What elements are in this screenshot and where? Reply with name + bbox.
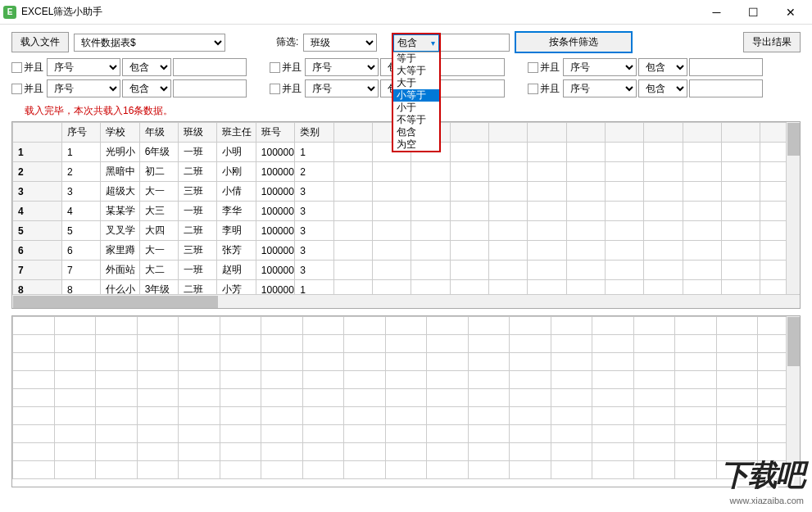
table-row[interactable] bbox=[13, 461, 800, 479]
cell-empty[interactable] bbox=[220, 443, 261, 461]
cell-empty[interactable] bbox=[54, 407, 96, 425]
cell-empty[interactable] bbox=[344, 425, 386, 443]
cell-empty[interactable] bbox=[302, 353, 344, 371]
cell-empty[interactable] bbox=[385, 371, 427, 389]
cell[interactable]: 3 bbox=[62, 182, 101, 202]
vertical-scrollbar[interactable] bbox=[786, 122, 800, 294]
cell-empty[interactable] bbox=[261, 461, 303, 479]
cell[interactable]: 什么小 bbox=[101, 280, 139, 295]
cell-empty[interactable] bbox=[551, 407, 592, 425]
cell-empty[interactable] bbox=[488, 280, 527, 295]
cell[interactable]: 赵明 bbox=[217, 261, 256, 280]
cell-empty[interactable] bbox=[488, 182, 527, 202]
cell-empty[interactable] bbox=[302, 371, 344, 389]
cell-empty[interactable] bbox=[683, 221, 721, 241]
cell-empty[interactable] bbox=[54, 425, 96, 443]
cell-empty[interactable] bbox=[261, 407, 303, 425]
cell-empty[interactable] bbox=[510, 353, 551, 371]
cell[interactable]: 3 bbox=[295, 221, 333, 241]
cell-empty[interactable] bbox=[468, 425, 510, 443]
row-header[interactable]: 1 bbox=[13, 143, 62, 162]
cell-empty[interactable] bbox=[344, 407, 386, 425]
cell-empty[interactable] bbox=[261, 389, 303, 407]
cell[interactable]: 4 bbox=[62, 202, 101, 221]
cell-empty[interactable] bbox=[96, 317, 138, 335]
cell[interactable]: 大一 bbox=[139, 182, 178, 202]
cell-empty[interactable] bbox=[261, 371, 303, 389]
field-select-6[interactable]: 序号 bbox=[563, 79, 637, 97]
cell-empty[interactable] bbox=[220, 461, 261, 479]
cell-empty[interactable] bbox=[450, 241, 488, 261]
cell-empty[interactable] bbox=[592, 389, 634, 407]
cell[interactable]: 小芳 bbox=[217, 280, 256, 295]
cell-empty[interactable] bbox=[450, 202, 488, 221]
cell-empty[interactable] bbox=[488, 162, 527, 182]
cell-empty[interactable] bbox=[261, 443, 303, 461]
cell-empty[interactable] bbox=[137, 317, 179, 335]
cell-empty[interactable] bbox=[179, 389, 220, 407]
cell-empty[interactable] bbox=[411, 221, 450, 241]
cell-empty[interactable] bbox=[468, 443, 510, 461]
cell-empty[interactable] bbox=[179, 425, 220, 443]
cell-empty[interactable] bbox=[385, 353, 427, 371]
cell-empty[interactable] bbox=[675, 461, 717, 479]
cell-empty[interactable] bbox=[385, 425, 427, 443]
export-button[interactable]: 导出结果 bbox=[743, 32, 801, 52]
cell-empty[interactable] bbox=[592, 371, 634, 389]
cell-empty[interactable] bbox=[468, 353, 510, 371]
cell-empty[interactable] bbox=[633, 407, 675, 425]
cell-empty[interactable] bbox=[13, 425, 55, 443]
cell-empty[interactable] bbox=[54, 353, 96, 371]
cell-empty[interactable] bbox=[137, 425, 179, 443]
cell-empty[interactable] bbox=[633, 317, 675, 335]
cell-empty[interactable] bbox=[372, 241, 411, 261]
sheet-select[interactable]: 软件数据表$ bbox=[74, 34, 225, 52]
cell-empty[interactable] bbox=[716, 353, 758, 371]
cell[interactable]: 小倩 bbox=[217, 182, 256, 202]
cell-empty[interactable] bbox=[411, 261, 450, 280]
dropdown-item[interactable]: 小等于 bbox=[393, 89, 439, 102]
cell-empty[interactable] bbox=[528, 182, 566, 202]
cell-empty[interactable] bbox=[566, 241, 605, 261]
cell-empty[interactable] bbox=[592, 317, 634, 335]
cell-empty[interactable] bbox=[372, 182, 411, 202]
cell-empty[interactable] bbox=[13, 461, 55, 479]
cell-empty[interactable] bbox=[488, 143, 527, 162]
cell[interactable]: 大二 bbox=[139, 261, 178, 280]
dropdown-item[interactable]: 不等于 bbox=[393, 114, 439, 126]
field-select-1[interactable]: 序号 bbox=[47, 58, 120, 76]
cell-empty[interactable] bbox=[488, 202, 527, 221]
cell-empty[interactable] bbox=[96, 461, 138, 479]
cell-empty[interactable] bbox=[427, 443, 469, 461]
table-row[interactable]: 22黑暗中初二二班小刚10000022 bbox=[13, 162, 800, 182]
cell[interactable]: 1 bbox=[295, 143, 333, 162]
value-input-5[interactable] bbox=[431, 79, 505, 97]
cell-empty[interactable] bbox=[644, 162, 683, 182]
cell-empty[interactable] bbox=[510, 389, 551, 407]
cell-empty[interactable] bbox=[13, 353, 55, 371]
row-header[interactable]: 5 bbox=[13, 221, 62, 241]
apply-filter-button[interactable]: 按条件筛选 bbox=[515, 31, 633, 53]
cell-empty[interactable] bbox=[261, 317, 303, 335]
table-row[interactable] bbox=[13, 389, 800, 407]
cell-empty[interactable] bbox=[551, 425, 592, 443]
cell-empty[interactable] bbox=[722, 241, 760, 261]
cell-empty[interactable] bbox=[411, 162, 450, 182]
cell[interactable]: 1000001 bbox=[256, 143, 294, 162]
cell-empty[interactable] bbox=[427, 317, 469, 335]
filter-value-input[interactable] bbox=[436, 34, 510, 52]
cell-empty[interactable] bbox=[716, 371, 758, 389]
cell-empty[interactable] bbox=[551, 461, 592, 479]
cell-empty[interactable] bbox=[633, 461, 675, 479]
cell-empty[interactable] bbox=[683, 182, 721, 202]
cell-empty[interactable] bbox=[261, 335, 303, 353]
cell-empty[interactable] bbox=[54, 389, 96, 407]
cell-empty[interactable] bbox=[675, 425, 717, 443]
cell-empty[interactable] bbox=[633, 443, 675, 461]
table-row[interactable] bbox=[13, 425, 800, 443]
cell-empty[interactable] bbox=[179, 407, 220, 425]
cell-empty[interactable] bbox=[528, 202, 566, 221]
value-input-2[interactable] bbox=[431, 58, 505, 76]
cell[interactable]: 某某学 bbox=[101, 202, 139, 221]
cell-empty[interactable] bbox=[606, 280, 644, 295]
